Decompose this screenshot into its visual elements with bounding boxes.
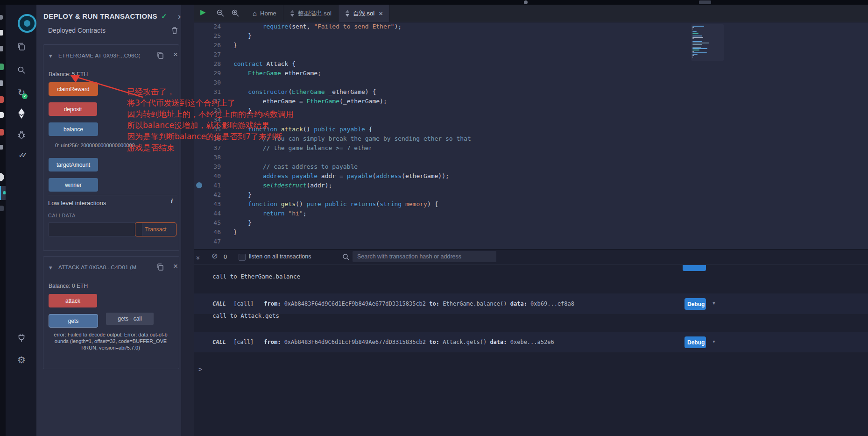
code-line[interactable]: 26} (194, 41, 868, 50)
calldata-input[interactable] (48, 222, 142, 236)
balance-button[interactable]: balance (49, 122, 98, 136)
terminal-call-row[interactable]: CALL[call]from: 0xAb8483F64d9C6d1EcF9b84… (194, 293, 868, 314)
panel-resize-gutter[interactable] (181, 5, 194, 436)
copy-address-icon[interactable] (156, 263, 164, 271)
edge-fragment (0, 46, 3, 51)
code-line[interactable]: 42 } (194, 190, 868, 200)
code-line[interactable]: 41 selfdestruct(addr); (194, 181, 868, 190)
run-script-play-icon[interactable]: ▶ (200, 8, 206, 15)
browser-tab-favicon (524, 0, 528, 4)
deploy-and-run-icon[interactable] (16, 108, 27, 119)
chevron-down-icon[interactable]: ▾ (49, 264, 52, 271)
panel-title: DEPLOY & RUN TRANSACTIONS✓ (43, 12, 167, 21)
info-icon[interactable]: i (171, 198, 173, 205)
debug-button-partial[interactable] (683, 265, 706, 271)
compile-success-badge: ✓ (22, 93, 28, 99)
code-line[interactable]: 24 require(sent, "Failed to send Ether")… (194, 22, 868, 31)
chevron-down-icon[interactable]: ▾ (712, 300, 716, 307)
listen-label: listen on all transactions (249, 253, 311, 260)
breakpoint-dot[interactable] (196, 182, 202, 188)
code-lines: 24 require(sent, "Failed to send Ether")… (194, 22, 868, 246)
edge-fragment (0, 173, 4, 181)
code-line[interactable]: 38 (194, 153, 868, 162)
panel-expand-chevron-icon[interactable]: › (178, 11, 181, 21)
settings-gear-icon[interactable]: ⚙ (16, 354, 27, 365)
code-editor[interactable]: 24 require(sent, "Failed to send Ether")… (194, 22, 868, 249)
red-annotation-arrow (64, 70, 146, 100)
copy-address-icon[interactable] (156, 51, 164, 59)
edge-fragment (0, 80, 3, 86)
code-line[interactable]: 29 EtherGame etherGame; (194, 69, 868, 78)
contract-balance: Balance: 0 ETH (49, 283, 88, 289)
unit-testing-icon[interactable]: ✓✓ (16, 150, 27, 161)
close-contract-icon[interactable]: × (173, 50, 178, 58)
plugin-manager-icon[interactable] (16, 332, 27, 343)
remix-logo-icon[interactable] (18, 14, 36, 33)
contract-title: ETHERGAME AT 0X93F...C96C( (58, 53, 140, 58)
edge-fragment (0, 30, 3, 36)
zoom-in-icon[interactable] (231, 9, 240, 17)
code-line[interactable]: 30 (194, 78, 868, 87)
solidity-file-icon (290, 10, 295, 17)
code-line[interactable]: 28contract Attack { (194, 59, 868, 69)
low-level-interactions-title: Low level interactions (48, 200, 106, 207)
code-line[interactable]: 45 } (194, 218, 868, 228)
debug-button[interactable]: Debug (685, 298, 706, 310)
code-line[interactable]: 33 } (194, 106, 868, 115)
debug-button[interactable]: Debug (685, 336, 706, 348)
gets-call-label: gets - call (106, 313, 154, 325)
attack-button[interactable]: attack (49, 294, 97, 307)
code-line[interactable]: 31 constructor(EtherGame _etherGame) { (194, 87, 868, 97)
code-line[interactable]: 39 // cast address to payable (194, 162, 868, 172)
chevron-down-icon[interactable]: ▾ (712, 338, 716, 345)
code-line[interactable]: 47 (194, 237, 868, 246)
code-line[interactable]: 46} (194, 228, 868, 237)
deposit-button[interactable]: deposit (49, 102, 97, 116)
editor-tabbar: ▶ ⌂ Home 整型溢出.sol (194, 5, 868, 22)
chevron-down-icon[interactable]: ▾ (49, 52, 52, 59)
deploy-run-panel: DEPLOY & RUN TRANSACTIONS✓ › Deployed Co… (36, 5, 181, 436)
close-contract-icon[interactable]: × (173, 262, 178, 270)
code-line[interactable]: 27 (194, 50, 868, 59)
tab-self-destruct-sol[interactable]: 自毁.sol × (339, 5, 390, 22)
debugger-icon[interactable] (16, 129, 27, 140)
close-tab-icon[interactable]: × (379, 9, 383, 17)
zoom-out-icon[interactable] (216, 9, 225, 17)
code-line[interactable]: 37 // the game balance >= 7 ether (194, 143, 868, 153)
file-explorer-icon[interactable] (16, 41, 27, 52)
minimap[interactable] (691, 24, 724, 61)
terminal-prompt[interactable]: > (198, 365, 202, 373)
solidity-compiler-icon[interactable]: ↻✓ (16, 87, 27, 98)
code-line[interactable]: 25 } (194, 31, 868, 41)
winner-button[interactable]: winner (49, 178, 98, 192)
call-details: CALL[call]from: 0xAb8483F64d9C6d1EcF9b84… (212, 339, 554, 345)
code-line[interactable]: 32 etherGame = EtherGame(_etherGame); (194, 97, 868, 106)
code-line[interactable]: 40 address payable addr = payable(addres… (194, 172, 868, 181)
code-line[interactable]: 36 // You can simply break the game by s… (194, 134, 868, 143)
contract-title: ATTACK AT 0X5A8...C4D01 (M (58, 264, 136, 270)
edge-fragment (0, 112, 4, 118)
tab-integer-overflow-sol[interactable]: 整型溢出.sol (283, 5, 339, 22)
expand-terminal-icon[interactable]: » (195, 256, 203, 258)
search-icon[interactable] (16, 64, 27, 76)
terminal-log: call to Attack.gets (212, 312, 279, 319)
edge-fragment (0, 64, 4, 70)
divider (48, 195, 177, 195)
listen-checkbox[interactable] (239, 254, 246, 261)
code-line[interactable]: 43 function gets() pure public returns(s… (194, 200, 868, 209)
terminal-call-row[interactable]: CALL[call]from: 0xAb8483F64d9C6d1EcF9b84… (194, 332, 868, 352)
desktop-edge-strip (0, 5, 6, 436)
tab-home[interactable]: ⌂ Home (246, 5, 283, 22)
gets-button[interactable]: gets (49, 314, 98, 328)
terminal-search-input[interactable] (353, 251, 496, 262)
code-line[interactable]: 35 function attack() public payable { (194, 125, 868, 134)
code-line[interactable]: 34 (194, 115, 868, 125)
clear-console-icon[interactable]: ⊘ (212, 252, 218, 260)
targetamount-button[interactable]: targetAmount (49, 158, 98, 172)
edge-fragment (0, 129, 4, 136)
transact-button[interactable]: Transact (135, 222, 176, 236)
search-icon (342, 253, 350, 261)
terminal-log: call to EtherGame.balance (212, 273, 300, 280)
code-line[interactable]: 44 return "hi"; (194, 209, 868, 218)
trash-icon[interactable] (171, 27, 178, 35)
